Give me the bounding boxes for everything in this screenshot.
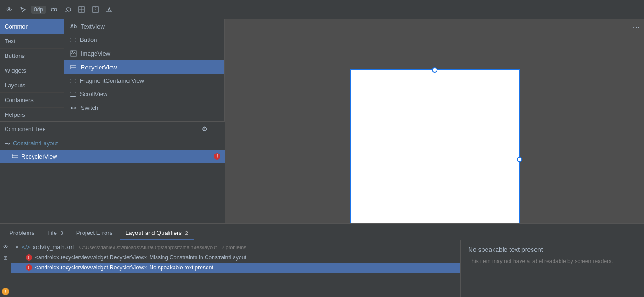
error-filename: activity_main.xml — [33, 244, 74, 251]
button-icon — [70, 38, 76, 42]
error-text-2: <androidx.recyclerview.widget.RecyclerVi… — [35, 264, 213, 271]
chevron-icon: ▼ — [15, 245, 19, 250]
component-label-textview: TextView — [81, 23, 105, 30]
imageview-icon — [70, 50, 77, 57]
toolbar-pointer-icon[interactable] — [17, 4, 28, 15]
sidebar-item-common[interactable]: Common — [0, 19, 64, 34]
sidebar-item-text[interactable]: Text — [0, 34, 64, 49]
component-item-recyclerview[interactable]: RecyclerView — [64, 60, 224, 74]
fragmentcontainerview-icon — [70, 79, 76, 83]
component-tree-section: Component Tree ⚙ − ⊸ ConstraintLayout — [0, 121, 225, 224]
header-icons: ⚙ − — [200, 125, 220, 134]
device-frame — [350, 69, 520, 223]
recycler-tree-label: RecyclerView — [21, 153, 57, 160]
switch-icon: ⊷ — [70, 104, 77, 111]
component-list-panel: Ab TextView Button ImageView — [64, 19, 225, 121]
constraint-handle-top[interactable] — [432, 67, 437, 73]
textview-icon: Ab — [70, 23, 77, 30]
error-text-1: <androidx.recyclerview.widget.RecyclerVi… — [35, 254, 246, 261]
component-item-textview[interactable]: Ab TextView — [64, 19, 224, 33]
toolbar-align-icon[interactable] — [90, 4, 101, 15]
minimize-icon[interactable]: − — [211, 125, 220, 134]
error-item-1[interactable]: ! <androidx.recyclerview.widget.Recycler… — [11, 252, 460, 263]
component-label-recyclerview: RecyclerView — [81, 64, 117, 71]
palette-row: Common Text Buttons Widgets Layouts Cont… — [0, 19, 225, 121]
component-item-imageview[interactable]: ImageView — [64, 46, 224, 60]
error-icon-1: ! — [26, 254, 32, 261]
sidebar-item-widgets[interactable]: Widgets — [0, 63, 64, 78]
design-canvas[interactable]: ··· — [225, 19, 644, 223]
toolbar-link-icon[interactable] — [62, 4, 73, 15]
right-info-description: This item may not have a label readable … — [468, 257, 637, 265]
main-content: Common Text Buttons Widgets Layouts Cont… — [0, 19, 644, 223]
tab-problems[interactable]: Problems — [4, 227, 40, 240]
svg-point-1 — [54, 8, 57, 11]
error-count: 2 problems — [221, 245, 246, 250]
bottom-tabs: Problems File 3 Project Errors Layout an… — [0, 224, 644, 240]
top-toolbar: 👁 0dp — [0, 0, 644, 19]
tab-layout-qualifiers[interactable]: Layout and Qualifiers 2 — [120, 227, 194, 240]
bottom-content: 👁 ⊞ ! ▼ </> activity_main.xml C:\Users\d… — [0, 240, 644, 297]
component-label-button: Button — [80, 36, 97, 43]
recyclerview-icon — [70, 63, 77, 71]
error-badge: ! — [214, 153, 220, 160]
component-label-switch: Switch — [81, 104, 98, 111]
component-item-switch[interactable]: ⊷ Switch — [64, 101, 224, 114]
error-list: ▼ </> activity_main.xml C:\Users\danie\D… — [11, 240, 460, 297]
file-tab-badge: 3 — [61, 230, 63, 236]
constraint-label: ConstraintLayout — [13, 140, 58, 147]
toolbar-constraints-icon[interactable] — [76, 4, 87, 15]
toolbar-dimension-badge[interactable]: 0dp — [31, 6, 46, 14]
scrollview-icon — [70, 92, 76, 97]
right-info-panel: No speakable text present This item may … — [460, 240, 644, 297]
component-item-scrollview[interactable]: ScrollView — [64, 87, 224, 101]
error-path: C:\Users\danie\Downloads\AluraOrgs\app\s… — [79, 245, 217, 250]
svg-point-0 — [51, 8, 54, 11]
svg-point-10 — [72, 51, 73, 53]
toolbar-chain-icon[interactable] — [49, 4, 60, 15]
error-file-entry[interactable]: ▼ </> activity_main.xml C:\Users\danie\D… — [11, 242, 460, 252]
error-icon-2: ! — [26, 264, 32, 271]
xml-tag-icon: </> — [22, 244, 30, 251]
component-label-imageview: ImageView — [81, 50, 110, 57]
tree-item-constraintlayout[interactable]: ⊸ ConstraintLayout — [0, 137, 225, 150]
canvas-more-button[interactable]: ··· — [633, 23, 640, 31]
component-item-fragmentcontainerview[interactable]: FragmentContainerView — [64, 74, 224, 87]
bottom-panel: Problems File 3 Project Errors Layout an… — [0, 223, 644, 297]
sidebar-item-helpers[interactable]: Helpers — [0, 108, 64, 121]
component-label-fragmentcontainerview: FragmentContainerView — [80, 77, 144, 84]
constraint-icon: ⊸ — [5, 140, 10, 147]
eye-side-icon[interactable]: 👁 — [1, 242, 10, 251]
left-side-icons: 👁 ⊞ ! — [0, 240, 11, 297]
sidebar-item-containers[interactable]: Containers — [0, 93, 64, 108]
warning-icon: ! — [2, 288, 9, 295]
tab-file[interactable]: File 3 — [42, 227, 69, 240]
component-label-scrollview: ScrollView — [80, 91, 107, 97]
settings-icon[interactable]: ⚙ — [200, 125, 209, 134]
sidebar-item-layouts[interactable]: Layouts — [0, 78, 64, 93]
grid-side-icon[interactable]: ⊞ — [1, 253, 10, 263]
component-tree-header: Component Tree ⚙ − — [0, 122, 225, 137]
tab-project-errors[interactable]: Project Errors — [71, 227, 118, 240]
palette-panel: Common Text Buttons Widgets Layouts Cont… — [0, 19, 64, 121]
component-item-button[interactable]: Button — [64, 33, 224, 46]
tree-item-recyclerview[interactable]: RecyclerView ! — [0, 150, 225, 163]
right-info-title: No speakable text present — [468, 246, 637, 253]
left-panels: Common Text Buttons Widgets Layouts Cont… — [0, 19, 225, 223]
toolbar-eye-icon[interactable]: 👁 — [4, 4, 15, 15]
toolbar-baseline-icon[interactable] — [104, 4, 115, 15]
sidebar-item-buttons[interactable]: Buttons — [0, 49, 64, 63]
recycler-tree-icon — [12, 153, 18, 160]
component-tree-title: Component Tree — [5, 126, 45, 132]
layout-tab-badge: 2 — [185, 230, 188, 236]
error-item-2[interactable]: ! <androidx.recyclerview.widget.Recycler… — [11, 263, 460, 273]
constraint-handle-right[interactable] — [517, 157, 522, 162]
